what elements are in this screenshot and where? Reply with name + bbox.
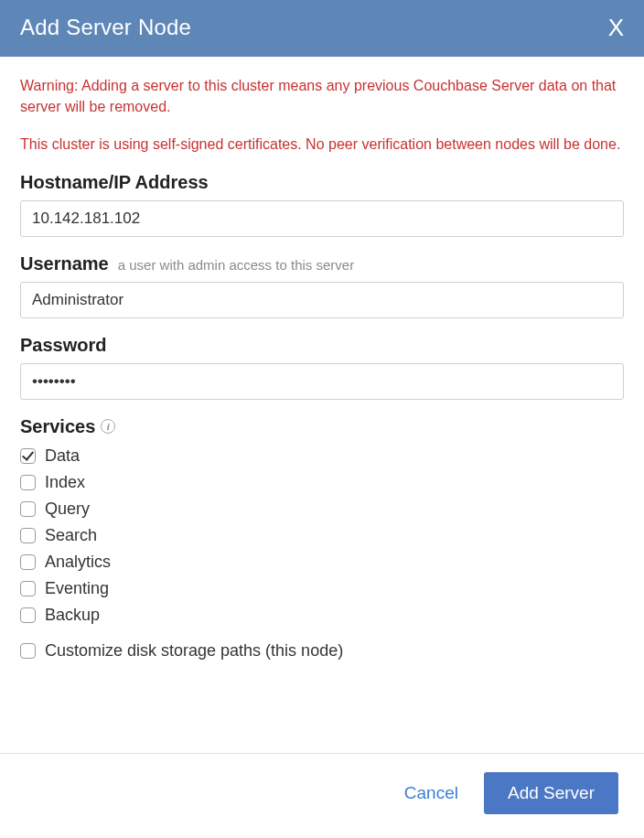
password-input[interactable] [20,363,624,400]
service-label: Data [45,446,80,466]
hostname-label: Hostname/IP Address [20,172,624,193]
service-row-index[interactable]: Index [20,473,624,492]
service-row-search[interactable]: Search [20,526,624,545]
service-row-backup[interactable]: Backup [20,606,624,625]
close-icon[interactable]: X [608,16,624,39]
add-server-button[interactable]: Add Server [484,772,618,814]
info-icon[interactable]: i [101,419,115,434]
username-hint: a user with admin access to this server [118,257,354,273]
services-label: Services i [20,416,624,437]
checkbox-backup[interactable] [20,607,36,623]
service-row-query[interactable]: Query [20,500,624,519]
hostname-field-group: Hostname/IP Address [20,172,624,237]
checkbox-analytics[interactable] [20,554,36,570]
username-label-text: Username [20,253,109,274]
checkbox-eventing[interactable] [20,581,36,596]
username-label: Username a user with admin access to thi… [20,253,624,274]
modal-header: Add Server Node X [0,0,644,57]
service-label: Search [45,526,97,545]
service-label: Query [45,500,90,519]
service-label: Backup [45,606,100,625]
services-list: Data Index Query Search Analytics Eventi… [20,446,624,625]
cancel-button[interactable]: Cancel [404,783,458,803]
modal-title: Add Server Node [20,15,191,40]
password-label: Password [20,335,624,356]
checkbox-query[interactable] [20,501,36,517]
password-field-group: Password [20,335,624,400]
warning-data-removal: Warning: Adding a server to this cluster… [20,75,624,117]
username-field-group: Username a user with admin access to thi… [20,253,624,318]
checkbox-data[interactable] [20,448,36,464]
service-label: Index [45,473,85,492]
service-row-data[interactable]: Data [20,446,624,466]
warning-self-signed-cert: This cluster is using self-signed certif… [20,134,624,155]
modal-body: Warning: Adding a server to this cluster… [0,57,644,753]
service-row-eventing[interactable]: Eventing [20,579,624,598]
modal-footer: Cancel Add Server [0,753,644,838]
service-row-analytics[interactable]: Analytics [20,553,624,572]
service-label: Eventing [45,579,109,598]
hostname-input[interactable] [20,200,624,237]
services-label-text: Services [20,416,95,437]
service-label: Analytics [45,553,111,572]
customize-storage-label: Customize disk storage paths (this node) [45,641,343,661]
checkbox-search[interactable] [20,528,36,543]
checkbox-customize-storage[interactable] [20,643,36,659]
checkbox-index[interactable] [20,475,36,490]
customize-storage-row[interactable]: Customize disk storage paths (this node) [20,641,624,661]
username-input[interactable] [20,282,624,318]
